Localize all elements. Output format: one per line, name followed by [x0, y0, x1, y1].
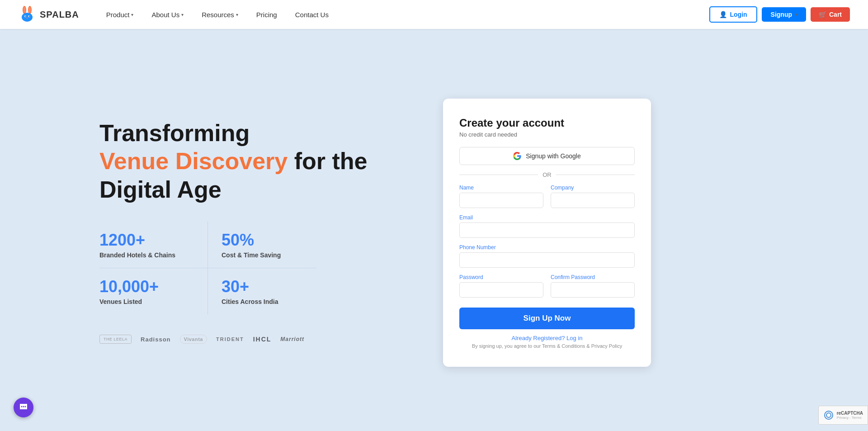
login-button[interactable]: 👤 Login — [709, 6, 757, 23]
cart-button[interactable]: 🛒 Cart — [811, 7, 850, 22]
stat-item: 30+ Cities Across India — [208, 268, 316, 314]
chevron-down-icon: ▾ — [181, 12, 184, 17]
stat-label: Cities Across India — [222, 298, 312, 305]
stat-number: 30+ — [222, 277, 312, 296]
stat-number: 1200+ — [99, 231, 194, 250]
name-field-group: Name — [459, 185, 543, 208]
brand-logos: THE LEELA Radisson Vivanta TRIDENT IHCL … — [99, 332, 407, 346]
google-signup-button[interactable]: Signup with Google — [459, 147, 635, 165]
recaptcha-icon — [823, 410, 834, 421]
or-text: OR — [542, 171, 552, 178]
brand-logo-marriott: Marriott — [280, 332, 304, 346]
person-icon: 👤 — [719, 11, 727, 18]
brand-logo-thegreek: THE LEELA — [99, 332, 132, 346]
brand-name: SPALBA — [40, 9, 79, 20]
signup-form-card: Create your account No credit card neede… — [443, 99, 651, 367]
form-subtitle: No credit card needed — [459, 131, 635, 138]
name-company-row: Name Company — [459, 185, 635, 208]
svg-point-12 — [23, 406, 24, 407]
name-input[interactable] — [459, 193, 543, 208]
already-registered-link[interactable]: Already Registered? Log in — [459, 335, 635, 341]
stat-item: 10,000+ Venues Listed — [99, 268, 208, 314]
name-label: Name — [459, 185, 543, 191]
stat-number: 10,000+ — [99, 277, 194, 296]
stat-item: 1200+ Branded Hotels & Chains — [99, 222, 208, 268]
phone-label: Phone Number — [459, 244, 635, 251]
svg-point-9 — [29, 16, 30, 17]
terms-text: By signing up, you agree to our Terms & … — [459, 343, 635, 349]
svg-point-11 — [21, 406, 23, 407]
chevron-down-icon: ▾ — [795, 12, 797, 17]
phone-input[interactable] — [459, 252, 635, 268]
svg-point-8 — [25, 16, 26, 17]
nav-product[interactable]: Product ▾ — [97, 0, 143, 29]
password-row: Password Confirm Password — [459, 274, 635, 298]
svg-point-4 — [29, 7, 31, 13]
recaptcha-badge: reCAPTCHA Privacy - Terms — [818, 406, 868, 425]
password-field-group: Password — [459, 274, 543, 298]
nav-pricing[interactable]: Pricing — [247, 0, 286, 29]
email-field-group: Email — [459, 214, 635, 238]
chevron-down-icon: ▾ — [131, 12, 133, 17]
hero-section: Transforming Venue Discovery for the Dig… — [99, 119, 407, 346]
stat-label: Branded Hotels & Chains — [99, 251, 194, 259]
hero-title: Transforming Venue Discovery for the Dig… — [99, 119, 407, 204]
brand-logo-vivanta: Vivanta — [180, 332, 207, 346]
stat-label: Venues Listed — [99, 298, 194, 305]
logo-icon — [18, 5, 36, 24]
header-actions: 👤 Login Signup ▾ 🛒 Cart — [709, 6, 850, 23]
company-label: Company — [551, 185, 635, 191]
signup-button[interactable]: Signup ▾ — [762, 7, 806, 22]
main-nav: Product ▾ About Us ▾ Resources ▾ Pricing… — [97, 0, 710, 29]
email-label: Email — [459, 214, 635, 221]
stats-grid: 1200+ Branded Hotels & Chains 50% Cost &… — [99, 222, 316, 314]
svg-point-3 — [24, 7, 26, 13]
header: SPALBA Product ▾ About Us ▾ Resources ▾ … — [0, 0, 868, 29]
brand-logo-radisson: Radisson — [141, 332, 171, 346]
confirm-password-field-group: Confirm Password — [551, 274, 635, 298]
email-input[interactable] — [459, 223, 635, 238]
hero-accent: Venue Discovery — [99, 148, 288, 174]
chevron-down-icon: ▾ — [236, 12, 238, 17]
svg-point-10 — [27, 18, 28, 19]
brand-logo-ihcl: IHCL — [253, 332, 272, 346]
logo[interactable]: SPALBA — [18, 5, 79, 24]
company-input[interactable] — [551, 193, 635, 208]
form-title: Create your account — [459, 117, 635, 129]
brand-logo-trident: TRIDENT — [216, 332, 244, 346]
main-content: Transforming Venue Discovery for the Dig… — [0, 29, 868, 427]
confirm-password-label: Confirm Password — [551, 274, 635, 280]
or-divider: OR — [459, 171, 635, 178]
cart-icon: 🛒 — [819, 11, 826, 18]
chat-bubble-button[interactable] — [14, 398, 33, 417]
stat-label: Cost & Time Saving — [222, 251, 312, 259]
password-input[interactable] — [459, 282, 543, 298]
stat-number: 50% — [222, 231, 312, 250]
divider-line — [459, 175, 538, 175]
password-label: Password — [459, 274, 543, 280]
nav-contact[interactable]: Contact Us — [286, 0, 338, 29]
divider-line — [556, 175, 635, 175]
svg-point-13 — [25, 406, 26, 407]
svg-point-5 — [22, 13, 33, 22]
company-field-group: Company — [551, 185, 635, 208]
chat-icon — [19, 403, 28, 412]
google-icon — [513, 152, 521, 160]
stat-item: 50% Cost & Time Saving — [208, 222, 316, 268]
phone-field-group: Phone Number — [459, 244, 635, 268]
signup-submit-button[interactable]: Sign Up Now — [459, 308, 635, 329]
nav-resources[interactable]: Resources ▾ — [193, 0, 247, 29]
confirm-password-input[interactable] — [551, 282, 635, 298]
nav-about[interactable]: About Us ▾ — [142, 0, 193, 29]
